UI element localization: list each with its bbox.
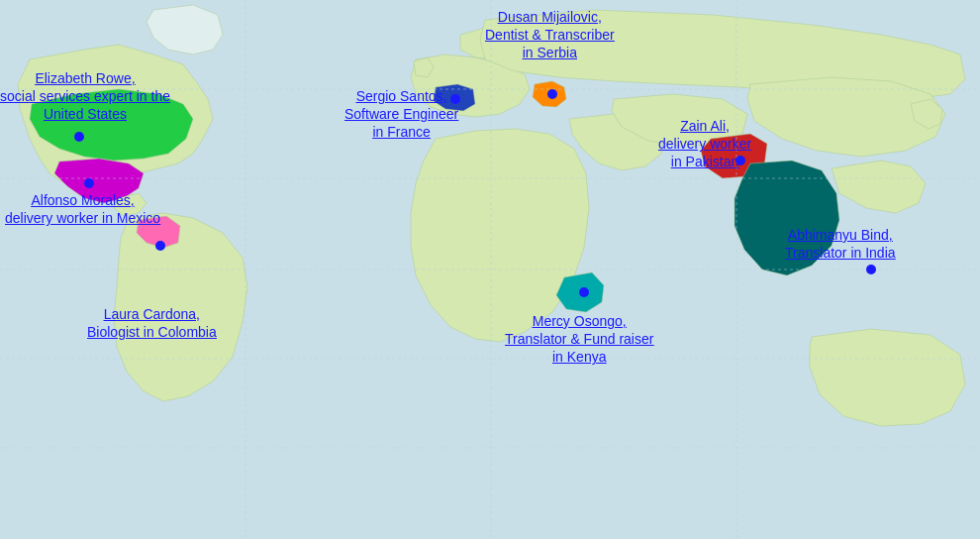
dusan-mijailovic-label[interactable]: Dusan Mijailovic,Dentist & Transcriberin… (485, 8, 615, 62)
dusan-mijailovic-dot (547, 89, 557, 99)
mercy-osongo-label[interactable]: Mercy Osongo,Translator & Fund raiserin … (505, 312, 653, 367)
alfonso-morales-label[interactable]: Alfonso Morales,delivery worker in Mexic… (5, 191, 160, 227)
sergio-santos-link[interactable]: Sergio Santos,Software Engineerin France (344, 88, 458, 140)
dusan-mijailovic-link[interactable]: Dusan Mijailovic,Dentist & Transcriberin… (485, 9, 615, 60)
laura-cardona-label[interactable]: Laura Cardona,Biologist in Colombia (87, 305, 217, 341)
abhimanyu-bind-link[interactable]: Abhimanyu Bind,Translator in India (785, 227, 896, 261)
sergio-santos-label[interactable]: Sergio Santos,Software Engineerin France (344, 87, 458, 142)
alfonso-morales-link[interactable]: Alfonso Morales,delivery worker in Mexic… (5, 192, 160, 226)
mercy-osongo-dot (579, 287, 589, 297)
map-container: Elizabeth Rowe,social services expert in… (0, 0, 980, 539)
abhimanyu-bind-dot (866, 265, 876, 274)
elizabeth-rowe-label[interactable]: Elizabeth Rowe,social services expert in… (0, 69, 170, 124)
zain-ali-label[interactable]: Zain Ali,delivery workerin Pakistan (658, 117, 751, 171)
alfonso-morales-dot (84, 178, 94, 188)
elizabeth-rowe-dot (74, 132, 84, 142)
zain-ali-link[interactable]: Zain Ali,delivery workerin Pakistan (658, 118, 751, 169)
abhimanyu-bind-label[interactable]: Abhimanyu Bind,Translator in India (785, 226, 896, 262)
mercy-osongo-link[interactable]: Mercy Osongo,Translator & Fund raiserin … (505, 313, 653, 365)
laura-cardona-link[interactable]: Laura Cardona,Biologist in Colombia (87, 306, 217, 340)
elizabeth-rowe-link[interactable]: Elizabeth Rowe,social services expert in… (0, 70, 170, 122)
laura-cardona-dot (155, 241, 165, 251)
